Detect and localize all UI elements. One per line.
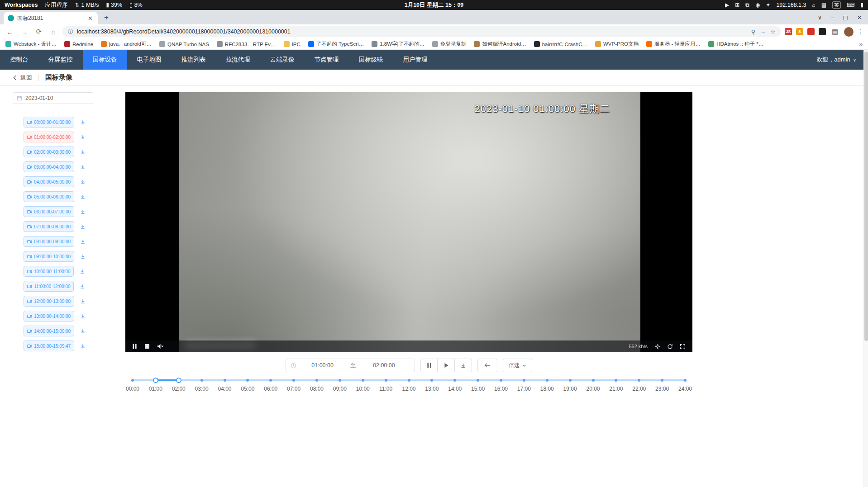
recording-button[interactable]: 12:00:00-13:00:00: [24, 296, 74, 307]
clipboard-tray-icon[interactable]: ⧉: [745, 2, 749, 8]
recording-download-icon[interactable]: [80, 328, 86, 334]
recording-download-icon[interactable]: [80, 194, 86, 199]
recording-button[interactable]: 10:00:00-11:00:00: [24, 266, 74, 277]
recording-button[interactable]: 15:00:00-15:09:47: [24, 340, 74, 351]
bookmark-item[interactable]: hairrrrr/C-CrashC…: [534, 41, 587, 47]
recording-download-icon[interactable]: [80, 239, 86, 244]
bookmark-item[interactable]: HDAtmos :: 种子 *…: [708, 41, 763, 47]
applications-menu[interactable]: 应用程序: [45, 1, 67, 9]
bookmarks-overflow-icon[interactable]: »: [859, 41, 863, 47]
tab-close-icon[interactable]: ✕: [87, 15, 94, 22]
key-icon[interactable]: ⚲: [751, 28, 756, 35]
bookmark-item[interactable]: Redmine: [64, 41, 93, 47]
nav-item-6[interactable]: 拉流代理: [216, 50, 260, 70]
recording-button[interactable]: 00:00:00-01:00:00: [24, 117, 74, 128]
play-button[interactable]: [438, 359, 455, 372]
side-panel-icon[interactable]: ▤: [830, 28, 840, 36]
recording-download-icon[interactable]: [80, 269, 85, 274]
browser-menu-icon[interactable]: ⋮: [857, 28, 863, 35]
play-tray-icon[interactable]: ▶: [725, 2, 729, 8]
user-menu[interactable]: 欢迎，admin ∨: [816, 56, 868, 64]
display-tray-icon[interactable]: ▤: [821, 2, 826, 8]
tab-search-chevron-icon[interactable]: ∨: [818, 14, 822, 21]
extension-icon[interactable]: 8: [796, 28, 803, 35]
nav-item-8[interactable]: 节点管理: [305, 50, 349, 70]
download-button[interactable]: [455, 359, 472, 372]
site-info-icon[interactable]: ⓘ: [68, 28, 73, 36]
new-tab-button[interactable]: +: [100, 12, 112, 24]
recording-download-icon[interactable]: [80, 313, 86, 319]
recording-download-icon[interactable]: [80, 224, 86, 229]
profile-avatar[interactable]: [844, 27, 854, 37]
bookmark-item[interactable]: Webstack - 设计…: [5, 41, 57, 47]
bookmark-item[interactable]: WVP-PRO文档: [595, 41, 639, 47]
timeline-handle-start[interactable]: [153, 378, 158, 383]
bookmark-item[interactable]: 免登录复制: [432, 41, 467, 47]
nav-item-3[interactable]: 国标设备: [83, 50, 127, 70]
page-scrollbar[interactable]: [863, 50, 868, 487]
player-settings-icon[interactable]: [654, 344, 660, 350]
recording-button[interactable]: 03:00:00-04:00:00: [24, 161, 74, 172]
player-pause-icon[interactable]: [132, 344, 137, 349]
window-maximize-button[interactable]: ▢: [843, 14, 848, 21]
browser-reload-icon[interactable]: ⟳: [33, 28, 44, 36]
nav-item-7[interactable]: 云端录像: [260, 50, 305, 70]
recording-button[interactable]: 11:00:00-12:00:00: [24, 281, 74, 292]
system-clock[interactable]: 1月10日 星期二 15：09: [405, 1, 464, 9]
nav-item-1[interactable]: 控制台: [0, 50, 38, 70]
battery-tray-icon[interactable]: ▮: [860, 2, 863, 8]
playback-speed-dropdown[interactable]: 倍速: [503, 359, 532, 372]
recording-button[interactable]: 09:00:00-10:00:00: [24, 251, 74, 262]
bookmark-item[interactable]: IPC: [284, 41, 300, 47]
nav-item-2[interactable]: 分屏监控: [38, 50, 83, 70]
date-picker-input[interactable]: 2023-01-10: [13, 92, 93, 104]
recording-download-icon[interactable]: [80, 298, 86, 304]
extension-icon[interactable]: JS: [785, 28, 792, 35]
recording-download-icon[interactable]: [80, 179, 86, 184]
back-button[interactable]: 返回: [12, 74, 32, 82]
recording-download-icon[interactable]: [80, 209, 86, 214]
input-method-indicator[interactable]: 英: [832, 1, 841, 9]
recording-download-icon[interactable]: [80, 254, 86, 259]
bookmark-item[interactable]: QNAP Turbo NAS: [159, 41, 209, 47]
bookmark-item[interactable]: RFC2833 – RTP Ev…: [217, 41, 276, 47]
volume-muted-icon[interactable]: [157, 344, 164, 349]
keyboard-tray-icon[interactable]: ⌨: [847, 2, 854, 8]
nav-item-9[interactable]: 国标级联: [349, 50, 393, 70]
url-input[interactable]: ⓘ localhost:38080/#/gbRecordDetail/34020…: [62, 26, 781, 37]
recording-download-icon[interactable]: [80, 119, 86, 125]
recording-button[interactable]: 05:00:00-06:00:00: [24, 191, 74, 202]
bookmark-item[interactable]: 了不起的 TypeScri…: [308, 41, 364, 47]
window-minimize-button[interactable]: –: [831, 14, 834, 21]
recording-download-icon[interactable]: [80, 284, 85, 289]
bookmark-item[interactable]: 1.8W字|了不起的…: [372, 41, 424, 47]
fullscreen-icon[interactable]: [680, 344, 686, 350]
extension-icon[interactable]: [807, 28, 815, 35]
browser-tab[interactable]: 国标28181 ✕: [4, 12, 98, 24]
nav-item-4[interactable]: 电子地图: [127, 50, 172, 70]
timeline[interactable]: 00:0001:0002:0003:0004:0005:0006:0007:00…: [133, 376, 685, 397]
player-refresh-icon[interactable]: [667, 344, 673, 350]
bookmark-item[interactable]: java、android可…: [101, 41, 152, 47]
recording-download-icon[interactable]: [80, 134, 86, 140]
recording-button[interactable]: 06:00:00-07:00:00: [24, 206, 74, 217]
end-time-value[interactable]: 02:00:00: [358, 362, 410, 369]
recording-download-icon[interactable]: [80, 164, 86, 170]
recording-button[interactable]: 07:00:00-08:00:00: [24, 221, 74, 232]
pause-button[interactable]: [420, 359, 438, 372]
browser-forward-icon[interactable]: →: [19, 28, 30, 36]
recording-button[interactable]: 14:00:00-15:00:00: [24, 326, 74, 336]
start-time-value[interactable]: 01:00:00: [296, 362, 348, 369]
player-stop-icon[interactable]: [145, 344, 149, 349]
bookmark-item[interactable]: 服务器 - 轻量应用…: [646, 41, 701, 47]
timeline-handle-end[interactable]: [176, 378, 181, 383]
share-icon[interactable]: →: [760, 28, 766, 35]
home-tray-icon[interactable]: ⌂: [812, 2, 815, 8]
video-player[interactable]: 2023-01-10 01:00:00 星期二 552 kb/s: [125, 92, 692, 352]
nav-item-5[interactable]: 推流列表: [172, 50, 216, 70]
nav-item-10[interactable]: 用户管理: [393, 50, 438, 70]
recording-download-icon[interactable]: [80, 149, 86, 155]
recording-button[interactable]: 01:00:00-02:00:00: [24, 132, 74, 142]
seek-back-button[interactable]: [477, 359, 497, 372]
recording-button[interactable]: 04:00:00-05:00:00: [24, 176, 74, 187]
